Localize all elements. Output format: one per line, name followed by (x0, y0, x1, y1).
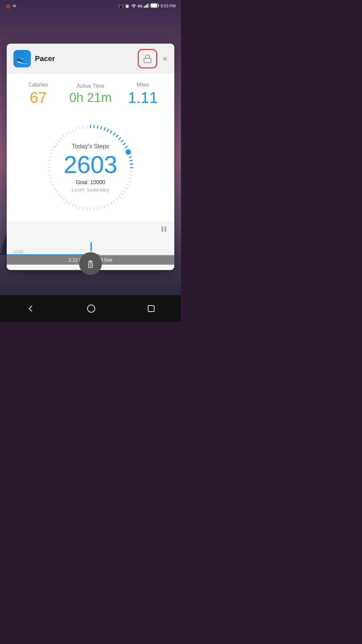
svg-line-60 (49, 178, 52, 179)
svg-rect-1 (145, 5, 146, 8)
chart-area: 1100 (13, 237, 168, 254)
trash-container (79, 252, 102, 275)
svg-line-68 (52, 150, 55, 151)
svg-line-41 (104, 205, 105, 208)
svg-line-58 (52, 184, 55, 186)
svg-line-20 (123, 143, 126, 145)
svg-line-32 (126, 184, 129, 186)
steps-circle-container: Today's Steps 2603 Goal: 10000 Level: Se… (40, 117, 141, 218)
svg-line-73 (63, 135, 65, 138)
svg-rect-86 (89, 261, 92, 262)
app-name: Pacer (35, 54, 55, 63)
calories-label: Calories (12, 82, 64, 88)
vibrate-icon: 📳 (118, 4, 123, 8)
svg-line-61 (48, 174, 52, 175)
steps-section: Today's Steps 2603 Goal: 10000 Level: Se… (7, 111, 174, 221)
svg-line-52 (66, 200, 68, 203)
svg-line-44 (94, 207, 94, 211)
svg-line-30 (129, 178, 132, 179)
svg-rect-2 (146, 4, 147, 8)
svg-line-36 (118, 196, 121, 198)
svg-line-38 (113, 200, 115, 203)
svg-point-90 (87, 305, 95, 312)
svg-line-39 (110, 202, 112, 205)
signal-icon (144, 4, 149, 9)
card-header: 👟 Pacer × (7, 44, 174, 74)
active-time-stat: Active Time 0h 21m (64, 83, 117, 104)
pause-row (13, 225, 168, 235)
app-info: 👟 Pacer (13, 50, 55, 67)
svg-line-37 (116, 198, 118, 201)
lock-button[interactable] (138, 49, 157, 68)
svg-line-11 (97, 125, 98, 129)
svg-line-25 (129, 160, 133, 161)
app-card: 👟 Pacer × Calories 67 Active Time 0h 21m… (7, 44, 174, 270)
calories-stat: Calories 67 (12, 82, 64, 105)
app-icon: 👟 (13, 50, 31, 67)
miles-label: Miles (117, 82, 169, 88)
status-bar: 💼 ✉ 📳 ⏰ 4G 6:53 PM (0, 0, 181, 12)
recent-apps-icon (147, 305, 155, 313)
lock-icon (143, 54, 152, 63)
svg-line-65 (48, 160, 52, 161)
battery-icon (150, 3, 159, 9)
svg-line-34 (123, 191, 126, 193)
time-display: 6:53 PM (161, 4, 176, 8)
svg-line-75 (69, 130, 71, 133)
chart-bar (90, 242, 92, 252)
svg-line-47 (83, 207, 84, 210)
svg-line-26 (130, 164, 133, 164)
stats-row: Calories 67 Active Time 0h 21m Miles 1.1… (7, 74, 174, 111)
steps-value: 2603 (64, 153, 117, 177)
svg-line-15 (110, 130, 112, 133)
svg-point-81 (126, 149, 131, 155)
status-right-info: 📳 ⏰ 4G 6:53 PM (118, 3, 176, 9)
svg-line-46 (87, 207, 87, 211)
svg-line-21 (125, 146, 128, 148)
svg-rect-3 (147, 4, 148, 8)
svg-line-12 (101, 126, 102, 129)
active-time-label: Active Time (64, 83, 117, 89)
svg-line-69 (53, 146, 56, 148)
svg-line-77 (76, 127, 77, 130)
close-button[interactable]: × (163, 54, 168, 63)
svg-rect-6 (151, 4, 157, 7)
svg-line-80 (87, 125, 87, 128)
pause-icon (160, 225, 168, 233)
svg-line-24 (129, 157, 132, 158)
svg-line-79 (83, 125, 84, 129)
svg-line-49 (76, 205, 77, 208)
svg-line-42 (101, 206, 102, 209)
svg-line-62 (48, 171, 51, 171)
svg-rect-7 (158, 5, 159, 6)
trash-button[interactable] (79, 252, 102, 275)
back-button[interactable] (26, 304, 35, 313)
svg-rect-8 (144, 58, 151, 63)
chart-line (27, 249, 168, 250)
steps-center: Today's Steps 2603 Goal: 10000 Level: Se… (64, 143, 117, 193)
svg-line-64 (48, 164, 51, 164)
svg-rect-4 (148, 4, 149, 8)
svg-line-54 (60, 196, 62, 198)
miles-stat: Miles 1.11 (117, 82, 169, 105)
svg-line-71 (58, 140, 60, 142)
home-button[interactable] (86, 304, 96, 313)
svg-line-72 (60, 137, 62, 140)
svg-line-53 (63, 198, 65, 201)
svg-line-67 (50, 153, 53, 154)
svg-line-70 (55, 143, 58, 145)
svg-line-19 (121, 140, 123, 142)
header-actions: × (138, 49, 168, 68)
svg-line-66 (49, 157, 52, 158)
svg-line-10 (94, 125, 94, 128)
svg-line-55 (58, 193, 60, 195)
steps-label: Today's Steps (64, 143, 117, 150)
pause-button[interactable] (160, 225, 168, 235)
svg-line-13 (104, 127, 105, 130)
svg-line-16 (113, 132, 115, 135)
recent-apps-button[interactable] (147, 305, 155, 313)
briefcase-icon: 💼 (5, 4, 11, 9)
chart-label: 1100 (13, 249, 23, 254)
svg-line-35 (121, 193, 123, 195)
svg-rect-83 (165, 226, 166, 232)
